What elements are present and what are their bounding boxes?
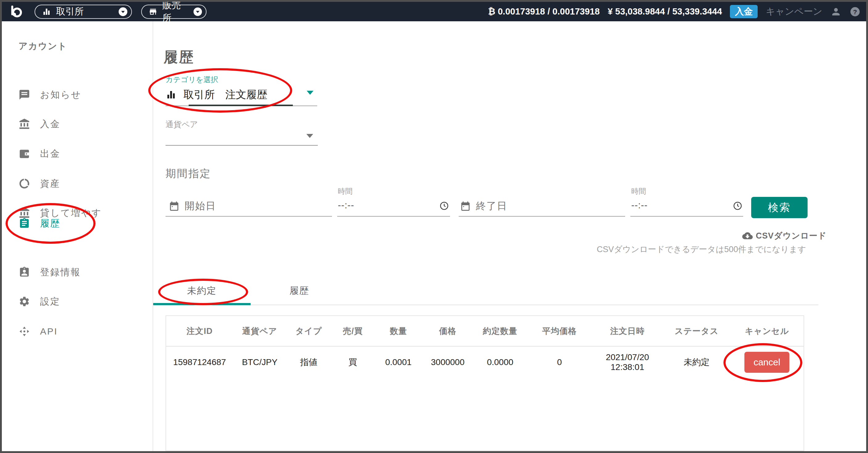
category-select-label: カテゴリを選択 bbox=[165, 75, 218, 85]
sidebar-item-label: 設定 bbox=[40, 295, 60, 308]
sidebar-item-withdrawal[interactable]: 出金 bbox=[2, 147, 147, 161]
exchange-nav[interactable]: 取引所 bbox=[34, 5, 132, 19]
sidebar-item-settings[interactable]: 設定 bbox=[2, 295, 147, 308]
column-header-type: タイプ bbox=[286, 316, 331, 346]
end-date-input[interactable]: 終了日 bbox=[460, 199, 507, 213]
calendar-icon bbox=[168, 201, 180, 212]
table-header-row: 注文ID 通貨ペア タイプ 売/買 数量 価格 約定数量 平均価格 注文日時 ス… bbox=[166, 316, 804, 346]
sales-nav-label: 販売所 bbox=[162, 0, 189, 24]
column-header-amount: 数量 bbox=[374, 316, 422, 346]
cloud-download-icon bbox=[742, 230, 753, 241]
sidebar-item-label: 入金 bbox=[40, 118, 60, 131]
sidebar-item-label: お知らせ bbox=[40, 89, 82, 101]
category-select-focus-bar bbox=[189, 105, 293, 106]
btc-symbol: ₿ bbox=[488, 6, 495, 16]
tab-pending[interactable]: 未約定 bbox=[153, 278, 251, 304]
column-header-cancel: キャンセル bbox=[730, 316, 804, 346]
page-title: 履歴 bbox=[164, 48, 194, 67]
end-date-underline bbox=[459, 216, 625, 217]
tabs-divider bbox=[153, 305, 818, 305]
clock-icon[interactable] bbox=[439, 201, 449, 210]
end-date-placeholder: 終了日 bbox=[476, 199, 507, 213]
navbar-right-cluster: ₿ 0.00173918 / 0.00173918 ¥ 53,038.9844 … bbox=[488, 5, 861, 18]
column-header-status: ステータス bbox=[663, 316, 730, 346]
sidebar-item-deposit[interactable]: 入金 bbox=[2, 117, 147, 131]
sidebar-item-label: API bbox=[40, 326, 58, 337]
currency-pair-underline bbox=[165, 145, 318, 146]
sidebar-item-registration[interactable]: 登録情報 bbox=[2, 265, 147, 279]
start-time-value: --:-- bbox=[338, 200, 354, 210]
cell-executed-amount: 0.0000 bbox=[473, 346, 527, 378]
api-icon bbox=[19, 325, 30, 337]
active-tab-indicator bbox=[153, 303, 251, 305]
chevron-down-icon bbox=[193, 6, 203, 17]
start-date-underline bbox=[165, 216, 332, 217]
sidebar-heading: アカウント bbox=[19, 40, 67, 53]
cell-status: 未約定 bbox=[663, 346, 730, 378]
sidebar-item-assets[interactable]: 資産 bbox=[2, 177, 147, 190]
end-time-input[interactable]: --:-- bbox=[631, 200, 648, 210]
csv-note: CSVダウンロードできるデータは500件までになります bbox=[526, 244, 806, 255]
app-window: 取引所 販売所 ₿ 0.00173918 / 0.00173918 bbox=[0, 0, 868, 453]
sidebar-item-history[interactable]: 履歴 bbox=[2, 217, 147, 230]
jpy-symbol: ¥ bbox=[608, 6, 613, 16]
bitbank-logo[interactable] bbox=[9, 5, 24, 19]
bar-chart-icon bbox=[165, 89, 177, 100]
start-time-underline bbox=[337, 216, 450, 217]
bank-icon bbox=[19, 118, 30, 130]
campaign-link[interactable]: キャンペーン bbox=[766, 5, 823, 18]
jpy-balance: ¥ 53,038.9844 / 53,339.3444 bbox=[608, 6, 722, 17]
jpy-balance-value: 53,038.9844 / 53,339.3444 bbox=[615, 6, 722, 16]
column-header-side: 売/買 bbox=[331, 316, 374, 346]
time-label: 時間 bbox=[338, 187, 352, 196]
cell-price: 3000000 bbox=[422, 346, 473, 378]
cell-order-id: 15987124687 bbox=[166, 346, 233, 378]
wallet-icon bbox=[19, 148, 30, 160]
cell-average-price: 0 bbox=[527, 346, 592, 378]
bar-chart-icon bbox=[42, 7, 51, 16]
category-select[interactable]: 取引所 注文履歴 bbox=[165, 86, 318, 104]
cell-type: 指値 bbox=[286, 346, 331, 378]
sidebar-item-notifications[interactable]: お知らせ bbox=[2, 88, 147, 102]
cell-side: 買 bbox=[331, 346, 374, 378]
chevron-down-icon[interactable] bbox=[307, 91, 313, 95]
table-row: 15987124687 BTC/JPY 指値 買 0.0001 3000000 … bbox=[166, 346, 804, 378]
chevron-down-icon[interactable] bbox=[306, 134, 313, 138]
sidebar-item-label: 履歴 bbox=[40, 217, 60, 230]
sidebar-item-api[interactable]: API bbox=[2, 324, 147, 338]
search-button[interactable]: 検索 bbox=[751, 197, 808, 218]
tab-history-label: 履歴 bbox=[289, 284, 309, 297]
gear-icon bbox=[19, 295, 30, 307]
currency-pair-select[interactable] bbox=[165, 126, 318, 144]
storefront-icon bbox=[149, 7, 157, 16]
id-card-icon bbox=[19, 266, 30, 278]
chevron-down-icon bbox=[118, 6, 128, 17]
account-icon[interactable] bbox=[830, 6, 841, 17]
btc-balance-value: 0.00173918 / 0.00173918 bbox=[498, 6, 600, 16]
clock-icon[interactable] bbox=[733, 201, 742, 210]
cell-amount: 0.0001 bbox=[374, 346, 422, 378]
sales-nav[interactable]: 販売所 bbox=[141, 5, 207, 19]
clipboard-icon bbox=[19, 218, 30, 229]
csv-download-link[interactable]: CSVダウンロード bbox=[742, 230, 827, 241]
tab-history[interactable]: 履歴 bbox=[251, 278, 348, 304]
start-time-input[interactable]: --:-- bbox=[338, 200, 354, 210]
time-label: 時間 bbox=[631, 187, 646, 196]
column-header-pair: 通貨ペア bbox=[233, 316, 286, 346]
sidebar-item-label: 資産 bbox=[40, 177, 60, 190]
announcement-icon bbox=[19, 89, 30, 101]
sidebar bbox=[2, 21, 153, 451]
deposit-button[interactable]: 入金 bbox=[730, 5, 758, 18]
start-date-input[interactable]: 開始日 bbox=[168, 199, 216, 213]
column-header-order-id: 注文ID bbox=[166, 316, 233, 346]
help-icon[interactable]: ? bbox=[849, 6, 861, 17]
end-time-underline bbox=[630, 216, 743, 217]
exchange-nav-label: 取引所 bbox=[56, 5, 84, 18]
column-header-ordered-at: 注文日時 bbox=[592, 316, 663, 346]
category-select-value: 取引所 注文履歴 bbox=[183, 88, 267, 102]
top-navbar: 取引所 販売所 ₿ 0.00173918 / 0.00173918 bbox=[2, 2, 866, 21]
cancel-order-button[interactable]: cancel bbox=[744, 352, 789, 373]
column-header-executed-amount: 約定数量 bbox=[473, 316, 527, 346]
cell-cancel: cancel bbox=[730, 346, 804, 378]
tab-pending-label: 未約定 bbox=[187, 284, 217, 297]
